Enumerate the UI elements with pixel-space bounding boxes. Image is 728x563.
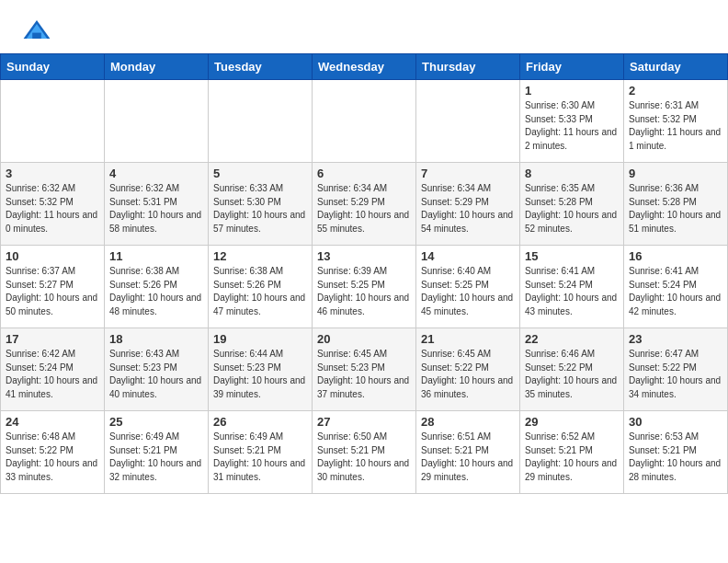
- day-info: Sunrise: 6:47 AM Sunset: 5:22 PM Dayligh…: [629, 349, 721, 399]
- day-info: Sunrise: 6:49 AM Sunset: 5:21 PM Dayligh…: [213, 431, 305, 482]
- day-number: 8: [525, 167, 619, 180]
- column-header-friday: Friday: [520, 54, 624, 80]
- day-info: Sunrise: 6:50 AM Sunset: 5:21 PM Dayligh…: [317, 431, 409, 482]
- day-info: Sunrise: 6:38 AM Sunset: 5:26 PM Dayligh…: [213, 266, 305, 316]
- day-info: Sunrise: 6:41 AM Sunset: 5:24 PM Dayligh…: [629, 266, 721, 316]
- day-info: Sunrise: 6:38 AM Sunset: 5:26 PM Dayligh…: [109, 266, 201, 316]
- empty-cell: [313, 80, 416, 163]
- calendar-day-14: 14Sunrise: 6:40 AM Sunset: 5:25 PM Dayli…: [416, 246, 520, 328]
- calendar-day-10: 10Sunrise: 6:37 AM Sunset: 5:27 PM Dayli…: [1, 246, 105, 328]
- column-header-wednesday: Wednesday: [313, 54, 416, 80]
- empty-cell: [105, 80, 209, 163]
- day-number: 1: [525, 84, 619, 98]
- calendar-day-26: 26Sunrise: 6:49 AM Sunset: 5:21 PM Dayli…: [209, 411, 313, 494]
- day-number: 19: [213, 332, 307, 346]
- calendar-day-16: 16Sunrise: 6:41 AM Sunset: 5:24 PM Dayli…: [624, 246, 728, 328]
- calendar-day-29: 29Sunrise: 6:52 AM Sunset: 5:21 PM Dayli…: [520, 411, 624, 494]
- calendar-day-25: 25Sunrise: 6:49 AM Sunset: 5:21 PM Dayli…: [105, 411, 209, 494]
- calendar-day-22: 22Sunrise: 6:46 AM Sunset: 5:22 PM Dayli…: [520, 328, 624, 411]
- calendar-week-4: 17Sunrise: 6:42 AM Sunset: 5:24 PM Dayli…: [1, 328, 728, 411]
- calendar-day-30: 30Sunrise: 6:53 AM Sunset: 5:21 PM Dayli…: [624, 411, 728, 494]
- day-number: 14: [421, 249, 515, 263]
- calendar-day-28: 28Sunrise: 6:51 AM Sunset: 5:21 PM Dayli…: [416, 411, 520, 494]
- header: [0, 0, 728, 53]
- day-number: 25: [109, 415, 203, 429]
- day-info: Sunrise: 6:37 AM Sunset: 5:27 PM Dayligh…: [6, 266, 97, 316]
- calendar-day-9: 9Sunrise: 6:36 AM Sunset: 5:28 PM Daylig…: [624, 163, 728, 246]
- day-info: Sunrise: 6:30 AM Sunset: 5:33 PM Dayligh…: [525, 100, 617, 151]
- column-header-sunday: Sunday: [1, 54, 105, 80]
- day-info: Sunrise: 6:45 AM Sunset: 5:22 PM Dayligh…: [421, 349, 513, 399]
- calendar-day-17: 17Sunrise: 6:42 AM Sunset: 5:24 PM Dayli…: [1, 328, 105, 411]
- day-number: 21: [421, 332, 515, 346]
- day-info: Sunrise: 6:49 AM Sunset: 5:21 PM Dayligh…: [109, 431, 201, 482]
- day-number: 28: [421, 415, 515, 429]
- day-info: Sunrise: 6:32 AM Sunset: 5:31 PM Dayligh…: [109, 183, 201, 234]
- column-header-monday: Monday: [105, 54, 209, 80]
- day-number: 4: [109, 167, 203, 180]
- calendar-day-15: 15Sunrise: 6:41 AM Sunset: 5:24 PM Dayli…: [520, 246, 624, 328]
- day-info: Sunrise: 6:45 AM Sunset: 5:23 PM Dayligh…: [317, 349, 409, 399]
- calendar-week-1: 1Sunrise: 6:30 AM Sunset: 5:33 PM Daylig…: [1, 80, 728, 163]
- day-info: Sunrise: 6:35 AM Sunset: 5:28 PM Dayligh…: [525, 183, 617, 234]
- day-number: 22: [525, 332, 619, 346]
- logo-icon: [22, 17, 51, 46]
- calendar-week-3: 10Sunrise: 6:37 AM Sunset: 5:27 PM Dayli…: [1, 246, 728, 328]
- logo: [22, 17, 55, 46]
- calendar-day-13: 13Sunrise: 6:39 AM Sunset: 5:25 PM Dayli…: [313, 246, 416, 328]
- calendar-day-3: 3Sunrise: 6:32 AM Sunset: 5:32 PM Daylig…: [1, 163, 105, 246]
- calendar-day-19: 19Sunrise: 6:44 AM Sunset: 5:23 PM Dayli…: [209, 328, 313, 411]
- column-header-tuesday: Tuesday: [209, 54, 313, 80]
- calendar-day-27: 27Sunrise: 6:50 AM Sunset: 5:21 PM Dayli…: [313, 411, 416, 494]
- empty-cell: [1, 80, 105, 163]
- calendar-week-5: 24Sunrise: 6:48 AM Sunset: 5:22 PM Dayli…: [1, 411, 728, 494]
- day-info: Sunrise: 6:44 AM Sunset: 5:23 PM Dayligh…: [213, 349, 305, 399]
- empty-cell: [209, 80, 313, 163]
- day-info: Sunrise: 6:53 AM Sunset: 5:21 PM Dayligh…: [629, 431, 721, 482]
- calendar: SundayMondayTuesdayWednesdayThursdayFrid…: [0, 53, 728, 494]
- day-info: Sunrise: 6:52 AM Sunset: 5:21 PM Dayligh…: [525, 431, 617, 482]
- day-number: 5: [213, 167, 307, 180]
- day-number: 9: [629, 167, 722, 180]
- calendar-day-20: 20Sunrise: 6:45 AM Sunset: 5:23 PM Dayli…: [313, 328, 416, 411]
- day-info: Sunrise: 6:34 AM Sunset: 5:29 PM Dayligh…: [421, 183, 513, 234]
- day-info: Sunrise: 6:42 AM Sunset: 5:24 PM Dayligh…: [6, 349, 97, 399]
- calendar-day-6: 6Sunrise: 6:34 AM Sunset: 5:29 PM Daylig…: [313, 163, 416, 246]
- day-number: 6: [317, 167, 411, 180]
- day-info: Sunrise: 6:46 AM Sunset: 5:22 PM Dayligh…: [525, 349, 617, 399]
- day-info: Sunrise: 6:32 AM Sunset: 5:32 PM Dayligh…: [6, 183, 97, 234]
- day-number: 11: [109, 249, 203, 263]
- day-number: 17: [6, 332, 99, 346]
- day-number: 16: [629, 249, 722, 263]
- column-header-thursday: Thursday: [416, 54, 520, 80]
- day-number: 24: [6, 415, 99, 429]
- day-number: 23: [629, 332, 722, 346]
- calendar-header-row: SundayMondayTuesdayWednesdayThursdayFrid…: [1, 54, 728, 80]
- calendar-day-8: 8Sunrise: 6:35 AM Sunset: 5:28 PM Daylig…: [520, 163, 624, 246]
- calendar-day-18: 18Sunrise: 6:43 AM Sunset: 5:23 PM Dayli…: [105, 328, 209, 411]
- day-info: Sunrise: 6:34 AM Sunset: 5:29 PM Dayligh…: [317, 183, 409, 234]
- day-info: Sunrise: 6:36 AM Sunset: 5:28 PM Dayligh…: [629, 183, 721, 234]
- calendar-week-2: 3Sunrise: 6:32 AM Sunset: 5:32 PM Daylig…: [1, 163, 728, 246]
- day-info: Sunrise: 6:41 AM Sunset: 5:24 PM Dayligh…: [525, 266, 617, 316]
- calendar-day-4: 4Sunrise: 6:32 AM Sunset: 5:31 PM Daylig…: [105, 163, 209, 246]
- day-info: Sunrise: 6:40 AM Sunset: 5:25 PM Dayligh…: [421, 266, 513, 316]
- calendar-day-23: 23Sunrise: 6:47 AM Sunset: 5:22 PM Dayli…: [624, 328, 728, 411]
- day-number: 13: [317, 249, 411, 263]
- calendar-day-7: 7Sunrise: 6:34 AM Sunset: 5:29 PM Daylig…: [416, 163, 520, 246]
- svg-rect-2: [32, 33, 41, 39]
- day-number: 7: [421, 167, 515, 180]
- column-header-saturday: Saturday: [624, 54, 728, 80]
- day-number: 12: [213, 249, 307, 263]
- day-number: 30: [629, 415, 722, 429]
- calendar-day-21: 21Sunrise: 6:45 AM Sunset: 5:22 PM Dayli…: [416, 328, 520, 411]
- calendar-day-5: 5Sunrise: 6:33 AM Sunset: 5:30 PM Daylig…: [209, 163, 313, 246]
- day-number: 15: [525, 249, 619, 263]
- day-number: 10: [6, 249, 99, 263]
- day-number: 18: [109, 332, 203, 346]
- day-number: 20: [317, 332, 411, 346]
- day-info: Sunrise: 6:39 AM Sunset: 5:25 PM Dayligh…: [317, 266, 409, 316]
- day-number: 26: [213, 415, 307, 429]
- calendar-day-1: 1Sunrise: 6:30 AM Sunset: 5:33 PM Daylig…: [520, 80, 624, 163]
- empty-cell: [416, 80, 520, 163]
